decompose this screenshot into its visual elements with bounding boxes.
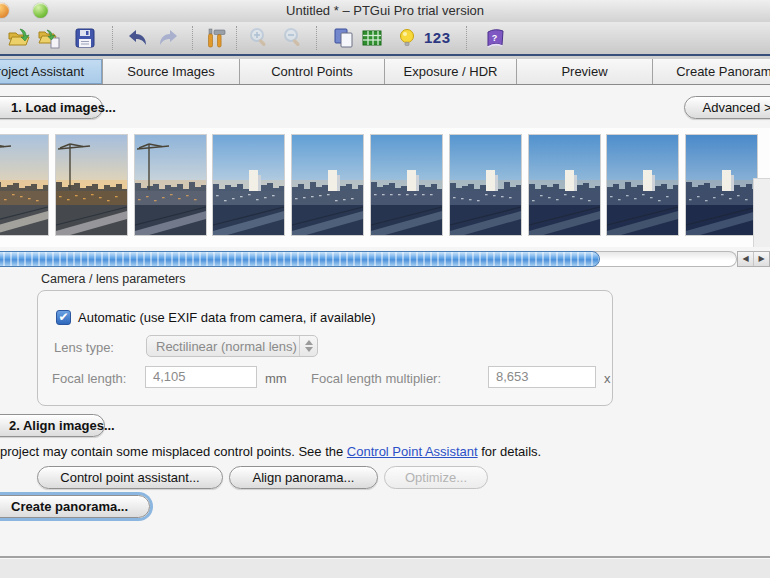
tips-lightbulb-icon[interactable] [394,25,420,51]
project-assistant-panel: 1. Load images... Advanced > [0,85,770,556]
source-image-thumbnail[interactable] [292,135,363,235]
vertical-scrollbar-track[interactable] [753,178,770,247]
tab-source-images[interactable]: Source Images [103,59,240,84]
warning-text-prefix: project may contain some misplaced contr… [0,444,347,459]
source-image-thumbnail[interactable] [56,135,127,235]
open-project-icon[interactable] [6,25,32,51]
control-point-assistant-link[interactable]: Control Point Assistant [347,444,478,459]
new-from-template-icon[interactable] [36,25,62,51]
zoom-window-button[interactable] [33,3,48,18]
redo-icon[interactable] [156,25,182,51]
stepper-arrows-icon [299,336,317,356]
save-project-icon[interactable] [72,25,98,51]
source-image-thumbnail[interactable] [529,135,600,235]
focal-length-field[interactable]: 4,105 [145,366,257,388]
toolbar-separator [316,26,317,50]
tools-icon[interactable] [202,25,228,51]
numbering-icon[interactable]: 123 [424,25,451,51]
toolbar: 123 ? [0,22,770,55]
scroll-left-arrow-icon[interactable]: ◀ [738,252,754,266]
panels-icon[interactable] [330,25,356,51]
focal-length-label: Focal length: [52,371,126,386]
automatic-exif-checkbox[interactable]: ✔ [56,310,71,325]
lens-type-label: Lens type: [54,340,114,355]
source-image-thumbnail[interactable] [686,135,757,235]
source-image-thumbnails [0,128,770,247]
control-point-warning: project may contain some misplaced contr… [0,444,541,459]
scroll-right-arrow-icon[interactable]: ▶ [754,252,769,266]
source-image-thumbnail[interactable] [213,135,284,235]
automatic-exif-label: Automatic (use EXIF data from camera, if… [78,310,376,325]
toolbar-separator [466,26,467,50]
focal-length-multiplier-label: Focal length multiplier: [311,371,441,386]
tab-preview[interactable]: Preview [517,59,653,84]
source-image-thumbnail[interactable] [135,135,206,235]
load-images-button[interactable]: 1. Load images... [0,96,103,119]
scrollbar-thumb[interactable] [0,251,600,267]
tab-bar: Project Assistant Source Images Control … [0,54,770,85]
camera-lens-group-title: Camera / lens parameters [41,272,186,286]
tab-create-panorama[interactable]: Create Panorama [653,59,770,84]
advanced-button[interactable]: Advanced > [684,96,770,119]
source-image-thumbnail[interactable] [450,135,521,235]
lens-type-value: Rectilinear (normal lens) [147,339,299,354]
title-bar: Untitled * – PTGui Pro trial version [0,0,770,23]
align-images-button[interactable]: 2. Align images... [0,414,105,437]
svg-text:?: ? [492,33,498,43]
optimize-button[interactable]: Optimize... [384,466,488,489]
toolbar-separator [236,26,237,50]
window-title: Untitled * – PTGui Pro trial version [0,0,770,22]
toolbar-separator [192,26,193,50]
focal-length-multiplier-unit: x [604,371,611,386]
tab-exposure-hdr[interactable]: Exposure / HDR [385,59,517,84]
source-image-thumbnail[interactable] [371,135,442,235]
source-image-thumbnail[interactable] [0,135,48,235]
focal-length-multiplier-field[interactable]: 8,653 [488,366,596,388]
camera-lens-group: ✔ Automatic (use EXIF data from camera, … [37,290,613,406]
undo-icon[interactable] [124,25,150,51]
tab-project-assistant[interactable]: Project Assistant [0,59,103,84]
help-book-icon[interactable]: ? [482,25,508,51]
warning-text-suffix: for details. [478,444,542,459]
align-panorama-button[interactable]: Align panorama... [229,466,378,489]
source-image-thumbnail[interactable] [607,135,678,235]
lens-type-dropdown[interactable]: Rectilinear (normal lens) [146,335,318,357]
thumbnail-scrollbar: ◀ ▶ [0,250,770,269]
zoom-out-icon[interactable] [280,25,306,51]
zoom-in-icon[interactable] [246,25,272,51]
create-panorama-button[interactable]: Create panorama... [0,495,150,518]
control-point-assistant-button[interactable]: Control point assistant... [37,466,223,489]
toolbar-separator [112,26,113,50]
tab-control-points[interactable]: Control Points [240,59,385,84]
table-editor-icon[interactable] [359,25,385,51]
status-bar [0,556,770,578]
focal-length-unit: mm [265,371,287,386]
